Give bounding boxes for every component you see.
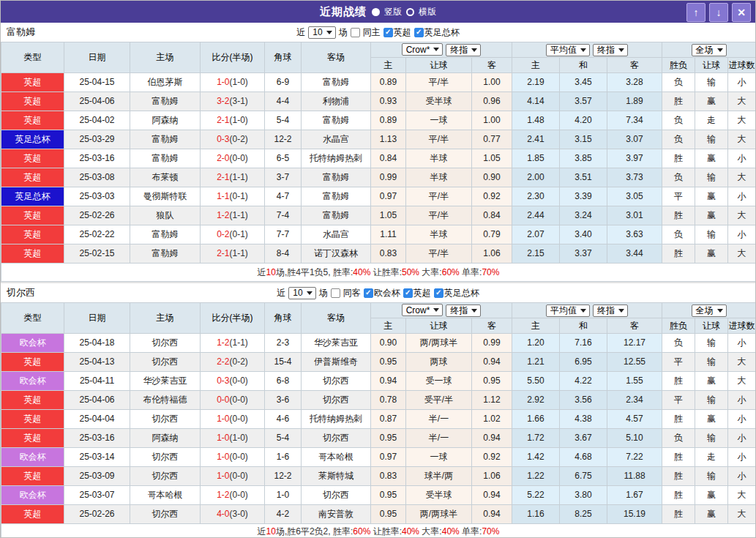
- avg-away-odds: 3.97: [607, 149, 662, 168]
- summary-segment: 50%: [402, 267, 419, 277]
- match-row: 英超25-03-16富勒姆2-0(0-0)6-5托特纳姆热刺0.84半球1.05…: [1, 149, 756, 168]
- window-title: 近期战绩: [320, 5, 367, 19]
- avg-draw-odds: 3.85: [560, 149, 607, 168]
- result-handicap: 赢: [695, 206, 728, 225]
- match-count-select-value: 10: [312, 27, 322, 37]
- handicap-odds-group: Crow*终指: [371, 42, 512, 58]
- halftime-score: (1-0): [230, 115, 248, 125]
- match-date: 25-04-15: [64, 73, 130, 92]
- match-date: 25-04-11: [64, 372, 130, 391]
- match-count-select[interactable]: 10: [288, 287, 315, 299]
- fulltime-score: 1-2: [217, 490, 229, 500]
- average-odds-group: 平均值终指: [512, 42, 662, 58]
- league-filter-label: 英足总杯: [424, 26, 460, 39]
- chevron-down-icon: [433, 308, 439, 312]
- fulltime-score: 1-0: [217, 77, 229, 87]
- league-checkbox[interactable]: ✓: [414, 28, 424, 37]
- halftime-score: (1-1): [230, 210, 248, 220]
- handicap-home-odds: 0.78: [371, 391, 406, 410]
- summary-segment: 70%: [482, 267, 499, 277]
- column-header: 和: [560, 58, 607, 73]
- corner-count: 4-2: [265, 505, 302, 524]
- match-row: 英足总杯25-03-03曼彻斯特联1-1(0-1)4-7富勒姆0.97平/半0.…: [1, 187, 756, 206]
- avg-home-odds: 5.22: [512, 486, 560, 505]
- avg-home-odds: 1.22: [512, 467, 560, 486]
- avg-draw-odds: 4.20: [560, 111, 607, 130]
- avg-draw-odds: 3.39: [560, 187, 607, 206]
- horizontal-layout-radio[interactable]: [406, 8, 414, 16]
- column-header: 角球: [265, 303, 302, 334]
- result-handicap: 赢: [695, 187, 728, 206]
- result-goals: 大: [728, 111, 756, 130]
- halftime-score: (1-1): [230, 172, 248, 182]
- result-goals: 大: [728, 486, 756, 505]
- league-badge: 英超: [1, 467, 64, 485]
- scope-select[interactable]: 全场: [692, 305, 727, 317]
- league-checkbox[interactable]: ✓: [383, 28, 393, 37]
- avg-home-odds: 1.72: [512, 429, 560, 448]
- match-count-select-value: 10: [293, 288, 302, 298]
- away-team: 富勒姆: [302, 206, 371, 225]
- handicap-away-odds: 0.90: [472, 168, 512, 187]
- column-header: 日期: [64, 303, 130, 334]
- handicap-home-odds: 0.83: [371, 244, 406, 264]
- odds-stage-select[interactable]: 终指: [446, 44, 481, 56]
- handicap-home-odds: 0.97: [371, 448, 406, 467]
- match-date: 25-04-06: [64, 391, 130, 410]
- away-team: 切尔西: [302, 391, 371, 410]
- avg-away-odds: 1.55: [607, 372, 662, 391]
- result-handicap: 输: [695, 73, 728, 92]
- odds-source-select[interactable]: Crow*: [402, 43, 444, 56]
- league-filter: ✓英超: [403, 287, 431, 299]
- home-team: 富勒姆: [130, 130, 201, 149]
- away-team: 托特纳姆热刺: [302, 410, 371, 429]
- column-header: 主: [371, 58, 406, 73]
- result-handicap: 赢: [695, 505, 728, 524]
- avg-stage-select[interactable]: 终指: [593, 44, 628, 56]
- result-goals: 小: [728, 187, 756, 206]
- league-checkbox[interactable]: ✓: [364, 288, 373, 298]
- handicap-away-odds: 0.94: [472, 486, 512, 505]
- handicap-home-odds: 0.95: [371, 505, 406, 524]
- corner-count: 8-4: [265, 244, 302, 264]
- fulltime-score: 1-0: [217, 471, 229, 481]
- avg-source-select[interactable]: 平均值: [546, 44, 590, 56]
- result-handicap: 赢: [695, 92, 728, 111]
- handicap-away-odds: 0.84: [472, 206, 512, 225]
- move-up-button[interactable]: ↑: [686, 3, 706, 22]
- summary-segment: 近: [258, 526, 266, 537]
- match-row: 英超25-02-26狼队1-2(1-1)7-4富勒姆1.05平/半0.842.4…: [1, 206, 756, 225]
- avg-home-odds: 2.41: [512, 130, 560, 149]
- home-team: 哥本哈根: [130, 486, 201, 505]
- results-table: 类型日期主场比分(半场)角球客场Crow*终指平均值终指全场主让球客主和客胜负让…: [1, 302, 756, 538]
- handicap-home-odds: 0.89: [371, 73, 406, 92]
- same-venue-checkbox[interactable]: [331, 288, 340, 298]
- corner-count: 6-8: [265, 372, 302, 391]
- league-checkbox[interactable]: ✓: [403, 288, 413, 298]
- league-badge: 英超: [1, 225, 64, 244]
- result-wdl: 胜: [662, 206, 695, 225]
- odds-stage-select[interactable]: 终指: [446, 305, 481, 317]
- league-badge: 英超: [1, 92, 64, 111]
- column-header: 客: [607, 58, 662, 73]
- same-venue-checkbox[interactable]: [351, 28, 360, 37]
- move-down-button[interactable]: ↓: [709, 3, 728, 22]
- vertical-layout-radio[interactable]: [372, 8, 380, 16]
- avg-source-select[interactable]: 平均值: [546, 305, 590, 317]
- result-goals: 大: [728, 206, 756, 225]
- corner-count: 2-3: [265, 334, 302, 353]
- away-team: 切尔西: [302, 372, 371, 391]
- close-button[interactable]: ✕: [732, 3, 751, 22]
- column-header: 和: [560, 318, 607, 334]
- summary-segment: 近: [258, 267, 266, 277]
- odds-source-select[interactable]: Crow*: [402, 304, 444, 316]
- home-team: 切尔西: [130, 505, 201, 524]
- corner-count: 12-2: [265, 130, 302, 149]
- league-checkbox[interactable]: ✓: [434, 288, 444, 298]
- avg-stage-select[interactable]: 终指: [593, 305, 628, 317]
- result-wdl: 胜: [662, 467, 695, 486]
- match-count-select[interactable]: 10: [308, 26, 335, 39]
- handicap-away-odds: 1.00: [472, 111, 512, 130]
- handicap-line: 平/半: [406, 187, 472, 206]
- scope-select[interactable]: 全场: [692, 44, 727, 56]
